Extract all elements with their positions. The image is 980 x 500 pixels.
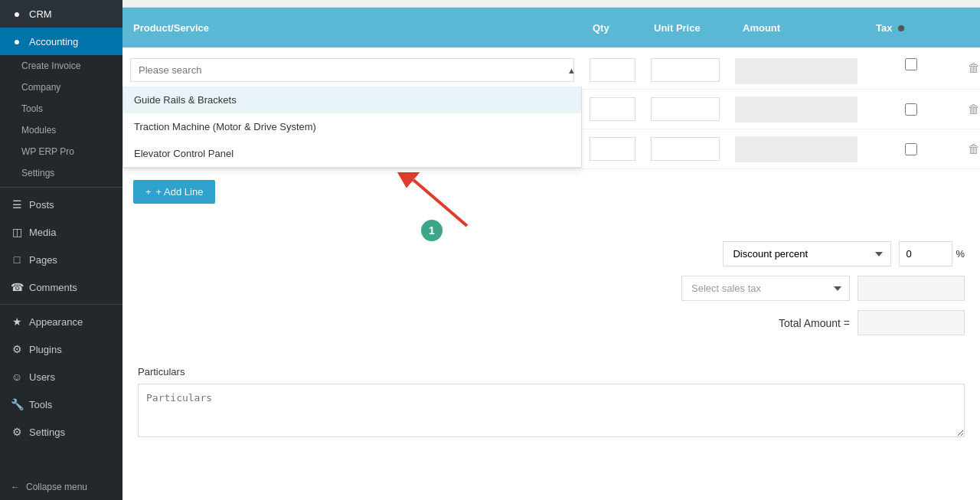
qty-cell-2 xyxy=(582,93,643,126)
unit-price-cell-2 xyxy=(643,93,727,126)
plugins-icon: ⚙ xyxy=(11,343,23,355)
discount-input-group: % xyxy=(899,241,965,266)
discount-type-select[interactable]: Discount percent Discount amount xyxy=(723,241,891,266)
main-content: Product/Service Qty Unit Price Amount Ta… xyxy=(122,0,980,500)
delete-cell-2: 🗑 xyxy=(957,95,980,124)
posts-icon: ☰ xyxy=(11,198,23,211)
sidebar-item-accounting[interactable]: ● Accounting xyxy=(0,28,122,55)
accounting-icon: ● xyxy=(11,35,23,47)
sidebar-subitem-wp-erp-pro[interactable]: WP ERP Pro xyxy=(0,141,122,162)
percent-symbol: % xyxy=(956,248,965,260)
invoice-line-items: Product/Service Qty Unit Price Amount Ta… xyxy=(122,8,980,455)
tax-info-dot xyxy=(898,25,904,31)
dropdown-item-2[interactable]: Traction Machine (Motor & Drive System) xyxy=(123,113,581,140)
unit-price-input-2[interactable] xyxy=(651,97,720,121)
sidebar-item-appearance[interactable]: ★ Appearance xyxy=(0,308,122,335)
sidebar-item-settings2[interactable]: ⚙ Settings xyxy=(0,418,122,446)
comments-icon: ☎ xyxy=(11,281,23,293)
tax-cell-1 xyxy=(865,54,957,75)
sidebar-item-pages[interactable]: □ Pages xyxy=(0,246,122,273)
unit-price-input-1[interactable] xyxy=(651,58,720,82)
amount-display-3 xyxy=(735,136,858,162)
unit-price-input-3[interactable] xyxy=(651,137,720,161)
media-icon: ◫ xyxy=(11,226,23,238)
add-line-button[interactable]: + + Add Line xyxy=(133,180,215,204)
sidebar-item-posts[interactable]: ☰ Posts xyxy=(0,191,122,218)
delete-row-1-button[interactable]: 🗑 xyxy=(965,58,980,78)
sidebar-subitem-company[interactable]: Company xyxy=(0,77,122,98)
sales-tax-select[interactable]: Select sales tax xyxy=(681,276,850,301)
table-header: Product/Service Qty Unit Price Amount Ta… xyxy=(122,8,980,47)
amount-display-1 xyxy=(735,58,858,84)
total-label: Total Amount = xyxy=(779,317,850,329)
sales-tax-amount: $0.00 xyxy=(858,276,965,301)
amount-cell-1 xyxy=(727,54,865,89)
total-row: Total Amount = $0.00 xyxy=(138,310,965,335)
sidebar-item-plugins[interactable]: ⚙ Plugins xyxy=(0,335,122,363)
tax-checkbox-2[interactable] xyxy=(905,103,917,116)
amount-display-2 xyxy=(735,96,858,123)
step-badge: 1 xyxy=(421,220,443,241)
delete-cell-3: 🗑 xyxy=(957,135,980,164)
svg-line-1 xyxy=(413,180,467,226)
collapse-icon: ← xyxy=(11,482,20,492)
add-line-area: + + Add Line 1 xyxy=(122,180,980,241)
header-unit-price: Unit Price xyxy=(643,13,727,43)
delete-row-3-button[interactable]: 🗑 xyxy=(965,139,980,159)
unit-price-cell-1 xyxy=(643,54,727,87)
plus-icon: + xyxy=(145,186,152,198)
total-amount: $0.00 xyxy=(858,310,965,335)
table-row: ▲ Guide Rails & Brackets Traction Machin… xyxy=(122,47,980,90)
particulars-label: Particulars xyxy=(138,366,965,377)
dropdown-item-3[interactable]: Elevator Control Panel xyxy=(123,140,581,167)
sidebar-subitem-settings[interactable]: Settings xyxy=(0,162,122,184)
discount-row: Discount percent Discount amount % xyxy=(138,241,965,266)
product-search-cell: ▲ Guide Rails & Brackets Traction Machin… xyxy=(122,54,582,87)
unit-price-cell-3 xyxy=(643,132,727,165)
crm-icon: ● xyxy=(11,8,23,20)
sidebar-item-media[interactable]: ◫ Media xyxy=(0,218,122,246)
top-spacer xyxy=(122,0,980,8)
tax-checkbox-1[interactable] xyxy=(905,58,917,70)
header-actions xyxy=(957,18,980,37)
sidebar-item-crm[interactable]: ● CRM xyxy=(0,0,122,28)
qty-input-2[interactable] xyxy=(590,97,635,121)
header-amount: Amount xyxy=(727,13,865,43)
sales-tax-row: Select sales tax $0.00 xyxy=(138,276,965,301)
particulars-textarea[interactable] xyxy=(138,384,965,437)
qty-input-3[interactable] xyxy=(590,137,635,161)
appearance-icon: ★ xyxy=(11,315,23,328)
header-tax: Tax xyxy=(865,13,957,43)
sidebar-subitem-tools[interactable]: Tools xyxy=(0,98,122,119)
product-search-input[interactable] xyxy=(130,58,574,82)
delete-cell-1: 🗑 xyxy=(957,54,980,83)
amount-cell-2 xyxy=(727,92,865,127)
qty-input-1[interactable] xyxy=(590,58,635,82)
tax-cell-3 xyxy=(865,139,957,160)
collapse-menu-button[interactable]: ← Collapse menu xyxy=(0,474,122,500)
delete-row-2-button[interactable]: 🗑 xyxy=(965,100,980,119)
header-product-service: Product/Service xyxy=(122,13,582,43)
sidebar-subitem-modules[interactable]: Modules xyxy=(0,119,122,141)
dropdown-item-1[interactable]: Guide Rails & Brackets xyxy=(123,87,581,113)
amount-cell-3 xyxy=(727,132,865,167)
sidebar-divider-2 xyxy=(0,304,122,305)
users-icon: ☺ xyxy=(11,371,23,383)
sidebar-item-comments[interactable]: ☎ Comments xyxy=(0,273,122,301)
particulars-section: Particulars xyxy=(122,366,980,455)
tax-cell-2 xyxy=(865,99,957,120)
tax-checkbox-3[interactable] xyxy=(905,143,917,155)
header-qty: Qty xyxy=(582,13,643,43)
sidebar: ● CRM ● Accounting Create Invoice Compan… xyxy=(0,0,122,500)
sidebar-item-tools2[interactable]: 🔧 Tools xyxy=(0,391,122,418)
tools-icon: 🔧 xyxy=(11,398,23,410)
qty-cell-1 xyxy=(582,54,643,87)
sidebar-subitem-create-invoice[interactable]: Create Invoice xyxy=(0,55,122,77)
settings-icon: ⚙ xyxy=(11,426,23,438)
pages-icon: □ xyxy=(11,253,23,266)
bottom-totals-section: Discount percent Discount amount % Selec… xyxy=(122,241,980,366)
discount-value-input[interactable] xyxy=(899,241,952,266)
sidebar-item-users[interactable]: ☺ Users xyxy=(0,363,122,391)
qty-cell-3 xyxy=(582,132,643,165)
sidebar-divider-1 xyxy=(0,187,122,188)
